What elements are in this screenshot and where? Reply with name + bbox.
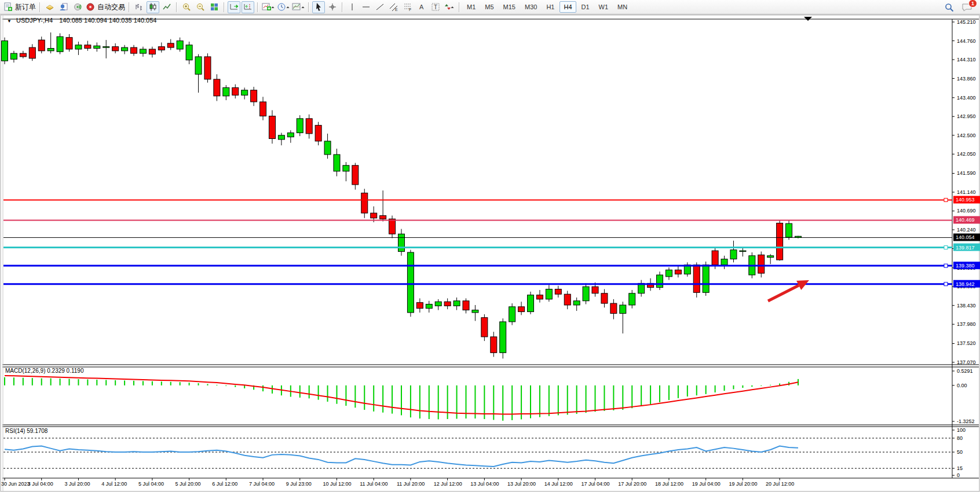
- svg-text:3 Jul 04:00: 3 Jul 04:00: [28, 481, 53, 487]
- svg-text:13 Jul 04:00: 13 Jul 04:00: [470, 481, 499, 487]
- svg-text:142.950: 142.950: [957, 113, 976, 119]
- svg-text:139.380: 139.380: [956, 263, 975, 269]
- svg-text:30 Jun 2023: 30 Jun 2023: [1, 481, 30, 487]
- svg-text:144.310: 144.310: [957, 57, 976, 63]
- svg-text:18 Jul 12:00: 18 Jul 12:00: [655, 481, 683, 487]
- svg-text:138.430: 138.430: [957, 303, 976, 309]
- svg-text:10 Jul 12:00: 10 Jul 12:00: [323, 481, 351, 487]
- svg-text:100: 100: [957, 427, 966, 433]
- svg-text:137.070: 137.070: [957, 359, 976, 365]
- svg-text:9 Jul 23:00: 9 Jul 23:00: [286, 481, 312, 487]
- svg-text:-1.3252: -1.3252: [957, 418, 975, 424]
- svg-text:19 Jul 04:00: 19 Jul 04:00: [692, 481, 721, 487]
- svg-text:80: 80: [957, 435, 963, 441]
- svg-text:15: 15: [957, 465, 963, 471]
- chart-title: ▼ USDJPY-,H4 140.085 140.094 140.035 140…: [7, 17, 156, 24]
- svg-text:50: 50: [957, 449, 963, 455]
- trading-platform-window: { "toolbar": { "new_order_label": "新订单",…: [0, 0, 980, 492]
- svg-text:145.210: 145.210: [957, 19, 976, 25]
- svg-text:142.500: 142.500: [957, 133, 976, 138]
- svg-text:14 Jul 12:00: 14 Jul 12:00: [544, 481, 573, 487]
- svg-text:13 Jul 20:00: 13 Jul 20:00: [507, 481, 536, 487]
- svg-text:20 Jul 12:00: 20 Jul 12:00: [766, 481, 794, 487]
- svg-text:139.817: 139.817: [956, 245, 975, 251]
- svg-text:0.00: 0.00: [957, 383, 967, 388]
- svg-text:17 Jul 20:00: 17 Jul 20:00: [618, 481, 646, 487]
- collapse-triangle-icon[interactable]: ▼: [7, 19, 12, 24]
- chart-canvas[interactable]: 145.210144.760144.310143.860143.400142.9…: [0, 0, 980, 492]
- svg-text:3 Jul 20:00: 3 Jul 20:00: [64, 481, 90, 487]
- svg-text:11 Jul 04:00: 11 Jul 04:00: [360, 481, 387, 487]
- svg-text:0: 0: [957, 472, 960, 478]
- svg-text:11 Jul 20:00: 11 Jul 20:00: [397, 481, 425, 487]
- svg-text:137.980: 137.980: [957, 321, 976, 327]
- svg-text:12 Jul 12:00: 12 Jul 12:00: [434, 481, 462, 487]
- svg-text:140.240: 140.240: [957, 227, 976, 233]
- svg-text:141.140: 141.140: [957, 189, 976, 195]
- svg-text:140.690: 140.690: [957, 208, 976, 214]
- svg-text:5 Jul 04:00: 5 Jul 04:00: [138, 481, 164, 487]
- svg-text:137.520: 137.520: [957, 340, 976, 346]
- svg-text:17 Jul 04:00: 17 Jul 04:00: [582, 481, 610, 487]
- macd-label: MACD(12,26,9) 0.2329 0.1190: [5, 368, 84, 374]
- symbol-period: USDJPY-,H4: [16, 17, 53, 24]
- svg-text:143.400: 143.400: [957, 95, 976, 101]
- rsi-label: RSI(14) 59.1708: [5, 428, 48, 434]
- svg-text:140.469: 140.469: [956, 217, 975, 223]
- svg-text:141.590: 141.590: [957, 170, 976, 176]
- ohlc-values: 140.085 140.094 140.035 140.054: [59, 17, 156, 24]
- svg-text:6 Jul 12:00: 6 Jul 12:00: [212, 481, 237, 487]
- svg-text:143.860: 143.860: [957, 76, 976, 82]
- svg-text:140.953: 140.953: [956, 197, 975, 203]
- svg-text:0.5291: 0.5291: [957, 368, 973, 374]
- svg-text:140.054: 140.054: [956, 234, 975, 240]
- svg-text:5 Jul 20:00: 5 Jul 20:00: [175, 481, 201, 487]
- svg-text:142.050: 142.050: [957, 151, 976, 157]
- svg-text:4 Jul 12:00: 4 Jul 12:00: [101, 481, 127, 487]
- svg-text:19 Jul 20:00: 19 Jul 20:00: [729, 481, 757, 487]
- svg-text:7 Jul 04:00: 7 Jul 04:00: [249, 481, 275, 487]
- svg-text:144.760: 144.760: [957, 38, 976, 44]
- svg-text:138.942: 138.942: [956, 281, 975, 287]
